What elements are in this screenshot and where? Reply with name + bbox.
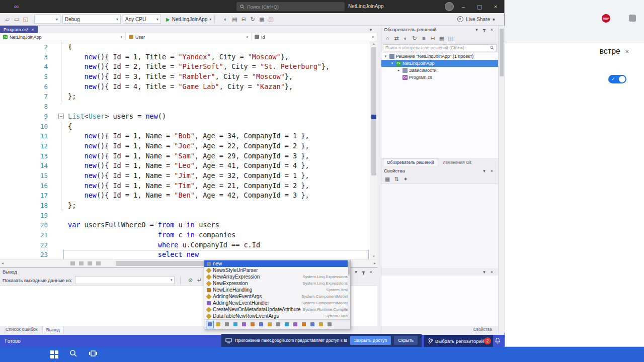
avatar[interactable] (445, 2, 454, 11)
type-dropdown[interactable]: User ▾ (126, 33, 252, 41)
extension-icon[interactable] (629, 15, 636, 22)
code-line[interactable]: 20var usersFullWhereO = from u in users (0, 220, 370, 230)
quick-search-box[interactable]: Поиск (Ctrl+Q) (236, 2, 345, 11)
methods-filter-icon[interactable] (249, 321, 257, 328)
minimize-button[interactable]: – (456, 0, 471, 13)
live-share-button[interactable]: Live Share ▾ (457, 13, 495, 25)
task-view-button[interactable] (89, 350, 98, 359)
vertical-splitter[interactable] (377, 26, 381, 333)
tree-item[interactable]: ▾Решение "NetLinqJoinApp" (1 проект) (381, 53, 498, 60)
autohide-scroll-strip[interactable] (498, 26, 505, 333)
new-file-icon[interactable]: ▱ (4, 16, 12, 23)
caret-down-icon[interactable]: ▾ (473, 27, 480, 32)
configuration-combo[interactable]: Debug▾ (62, 15, 121, 24)
sync-icon[interactable]: ⇄ (392, 35, 400, 42)
hide-button[interactable]: Скрыть (394, 336, 418, 345)
extension-methods-filter-icon[interactable] (257, 321, 265, 328)
nest-icon[interactable]: ≡ (420, 35, 428, 41)
categorized-icon[interactable]: ▦ (383, 176, 391, 183)
code-line[interactable]: 15 new(){ Id = 1, Name = "Jim", Age = 32… (0, 171, 370, 181)
collapse-all-icon[interactable]: ⊟ (429, 35, 437, 42)
completion-item[interactable]: DataTableNewRowEventArgsSystem.Data (204, 313, 350, 319)
scroll-up-icon[interactable]: ▴ (370, 42, 377, 46)
code-line[interactable]: 19 (0, 211, 370, 221)
properties-header[interactable]: Свойства ▾× (381, 167, 498, 174)
code-line[interactable]: 11 new(){ Id = 1, Name = "Bob", Age = 34… (0, 131, 370, 141)
stop-sharing-button[interactable]: Закрыть доступ (350, 336, 391, 345)
right-tab-1[interactable]: Обозреватель решений (383, 158, 438, 166)
expander-icon[interactable]: ▾ (383, 54, 388, 58)
scrollbar-thumb[interactable] (500, 29, 504, 76)
alphabetical-icon[interactable]: ⇅ (392, 176, 400, 183)
popup-scrollbar[interactable] (348, 260, 350, 319)
fold-toggle-icon[interactable]: − (58, 114, 64, 119)
code-line[interactable]: 18}; (0, 201, 370, 211)
expander-icon[interactable]: ▸ (396, 68, 401, 72)
properties-filter-icon[interactable] (223, 321, 231, 328)
tree-item[interactable]: ▾C#NetLinqJoinApp (381, 60, 498, 67)
code-line[interactable]: 22 where u.CompanyId == c.Id (0, 240, 370, 250)
run-button[interactable]: ▶ NetLinqJoinApp ▾ (166, 17, 211, 22)
completion-item[interactable]: CreateNewOnMetadataUpdateAttributeSystem… (204, 306, 350, 313)
caret-down-icon[interactable]: ▾ (353, 269, 359, 275)
output-header-icons[interactable]: ▾┳× (352, 269, 375, 275)
properties-header-icons[interactable]: ▾× (480, 168, 496, 173)
code-line[interactable]: 9−List<User> users = new() (0, 112, 370, 122)
solution-explorer-header-icons[interactable]: ▾┳× (473, 27, 496, 32)
notification-badge[interactable]: 2 (484, 337, 491, 344)
bottom-tab-1[interactable]: Список ошибок (2, 326, 41, 333)
code-line[interactable]: 13 new(){ Id = 1, Name = "Sam", Age = 29… (0, 151, 370, 161)
close-icon[interactable]: × (489, 27, 495, 32)
snippets-filter-icon[interactable] (326, 321, 334, 328)
close-icon[interactable]: × (489, 269, 495, 275)
locals-filter-icon[interactable] (206, 321, 214, 328)
solution-explorer-search[interactable]: Поиск в обозревателе решений (Ctrl+ж) (383, 44, 497, 51)
constants-filter-icon[interactable] (214, 321, 222, 328)
code-line[interactable]: 14 new(){ Id = 1, Name = "Leo", Age = 41… (0, 161, 370, 171)
caret-down-icon[interactable]: ▾ (481, 168, 488, 173)
solution-explorer-toolbar[interactable]: ⌂⇄◐↻≡⊟▦◫ (381, 34, 498, 43)
maximize-button[interactable]: ▢ (472, 0, 487, 13)
code-line[interactable]: 16 new(){ Id = 1, Name = "Tim", Age = 21… (0, 181, 370, 191)
structs-filter-icon[interactable] (283, 321, 291, 328)
properties-toolbar[interactable]: ▦⇅✦ (381, 175, 498, 184)
pending-icon[interactable]: ◐ (221, 16, 229, 23)
code-line[interactable]: 5 new(){ Id = 3, Title = "Rambler", City… (0, 72, 370, 82)
properties-icon[interactable]: ▦ (258, 16, 266, 23)
open-icon[interactable]: ▭ (13, 16, 21, 23)
scrollbar-thumb[interactable] (348, 261, 350, 276)
tree-item[interactable]: C#Program.cs (381, 74, 498, 81)
adblock-extension-icon[interactable]: ABP (602, 14, 610, 23)
code-editor[interactable]: 2{3 new(){ Id = 1, Title = "Yandex", Cit… (0, 41, 377, 259)
platform-combo[interactable]: Any CPU▾ (123, 15, 161, 24)
completion-item[interactable]: NewLineHandlingSystem.Xml (204, 287, 350, 293)
right-tab-2[interactable]: Изменения Git (439, 158, 475, 166)
properties-icon[interactable]: ▦ (438, 35, 446, 42)
completion-item[interactable]: NewExpressionSystem.Linq.Expressions (204, 280, 350, 287)
tabstrip-overflow-icons[interactable]: ▾ (367, 26, 377, 33)
pending-icon[interactable]: ◐ (401, 35, 410, 41)
keywords-filter-icon[interactable] (317, 321, 325, 328)
close-tab-icon[interactable]: × (32, 27, 34, 32)
code-line[interactable]: 3 new(){ Id = 1, Title = "Yandex", City … (0, 52, 370, 62)
screen-share-toggle[interactable]: ✓ (608, 75, 626, 83)
output-source-combo[interactable]: ▾ (75, 276, 175, 284)
member-dropdown[interactable]: Id ▾ (252, 33, 377, 41)
code-line[interactable]: 12 new(){ Id = 1, Name = "Joe", Age = 22… (0, 141, 370, 151)
code-line[interactable]: 4 new(){ Id = 2, Title = "PiterSoft", Ci… (0, 62, 370, 72)
preview-icon[interactable]: ◫ (447, 35, 455, 42)
save-icon[interactable]: ◱ (22, 16, 30, 23)
code-line[interactable]: 2{ (0, 42, 370, 52)
close-icon[interactable]: × (625, 48, 629, 55)
solution-explorer-header[interactable]: Обозреватель решений ▾┳× (381, 26, 498, 33)
close-button[interactable]: × (488, 0, 503, 13)
tree-item[interactable]: ▸Зависимости (381, 67, 498, 74)
files-icon[interactable]: ▤ (230, 16, 238, 23)
fields-filter-icon[interactable] (231, 321, 239, 328)
code-line[interactable]: 7}; (0, 92, 370, 102)
scrollbar-thumb[interactable] (371, 47, 376, 175)
notifications-bell-icon[interactable] (495, 337, 501, 345)
namespaces-filter-icon[interactable] (308, 321, 316, 328)
code-line[interactable]: 17 new(){ Id = 1, Name = "Ben", Age = 42… (0, 191, 370, 201)
subpanel-header[interactable]: ▾× (381, 268, 498, 276)
